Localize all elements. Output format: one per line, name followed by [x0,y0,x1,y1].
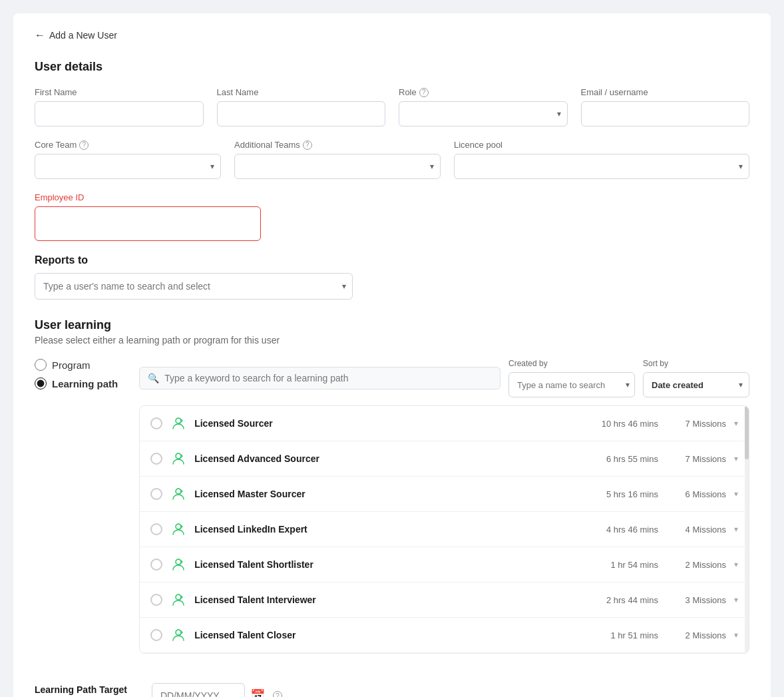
scrollbar-thumb[interactable] [745,406,749,459]
item-name-2: Licensed Master Sourcer [194,489,577,499]
learning-list-item: Licensed Talent Interviewer 2 hrs 44 min… [140,582,749,618]
search-icon: 🔍 [148,373,159,383]
item-radio-2[interactable] [150,488,162,500]
core-team-label: Core Team ? [35,140,221,150]
item-missions-5: 3 Missions [666,595,726,605]
learning-list-item: Licensed Advanced Sourcer 6 hrs 55 mins … [140,441,749,477]
email-label: Email / username [581,87,750,97]
item-name-6: Licensed Talent Closer [194,630,577,640]
item-duration-2: 5 hrs 16 mins [585,489,658,499]
completion-date-row: Learning Path Target Completion Date 📅 ? [35,683,749,697]
item-name-3: Licensed LinkedIn Expert [194,524,577,535]
learning-path-icon-5 [170,592,186,608]
calendar-icon[interactable]: 📅 [250,688,265,697]
reports-to-section: Reports to ▾ [35,254,749,300]
sort-by-input[interactable] [643,372,749,397]
learning-search-row: 🔍 Created by ▾ Sort [139,359,749,397]
email-group: Email / username [581,87,750,126]
item-radio-5[interactable] [150,594,162,606]
created-by-select-wrapper: ▾ [508,372,635,397]
item-expand-icon-5[interactable]: ▾ [734,595,738,604]
email-input[interactable] [581,101,750,126]
completion-date-help-icon[interactable]: ? [273,691,282,697]
learning-list-item: Licensed Talent Shortlister 1 hr 54 mins… [140,547,749,582]
item-expand-icon-4[interactable]: ▾ [734,560,738,569]
item-missions-2: 6 Missions [666,489,726,499]
item-radio-4[interactable] [150,559,162,571]
item-missions-3: 4 Missions [666,525,726,535]
role-help-icon[interactable]: ? [419,88,429,97]
item-duration-5: 2 hrs 44 mins [585,595,658,605]
first-name-label: First Name [35,87,204,97]
item-expand-icon-6[interactable]: ▾ [734,630,738,640]
item-expand-icon-0[interactable]: ▾ [734,419,738,428]
program-option[interactable]: Program [35,359,118,371]
licence-pool-group: Licence pool ▾ [454,140,749,179]
form-row-2: Core Team ? ▾ Additional Teams ? ▾ [35,140,749,179]
item-name-1: Licensed Advanced Sourcer [194,453,577,464]
back-link-label: Add a New User [49,30,117,41]
last-name-label: Last Name [217,87,386,97]
learning-path-radio[interactable] [35,377,47,389]
bottom-section: Learning Path Target Completion Date 📅 ?… [35,670,749,697]
first-name-input[interactable] [35,101,204,126]
created-by-label: Created by [508,359,635,368]
item-radio-0[interactable] [150,417,162,429]
program-label: Program [52,359,91,371]
learning-content: 🔍 Created by ▾ Sort [139,359,749,654]
additional-teams-select[interactable] [234,154,441,179]
employee-id-input[interactable] [35,206,261,241]
role-group: Role ? ▾ [399,87,568,126]
learning-layout: Program Learning path 🔍 [35,359,749,654]
item-radio-6[interactable] [150,629,162,641]
item-name-5: Licensed Talent Interviewer [194,594,577,605]
learning-search-input[interactable] [164,373,492,383]
learning-section-subtitle: Please select either a learning path or … [35,335,749,346]
core-team-group: Core Team ? ▾ [35,140,221,179]
learning-path-icon-1 [170,451,186,467]
last-name-input[interactable] [217,101,386,126]
core-team-help-icon[interactable]: ? [79,140,89,150]
item-radio-3[interactable] [150,523,162,535]
program-radio[interactable] [35,359,47,371]
learning-list-item: Licensed Talent Closer 1 hr 51 mins 2 Mi… [140,618,749,653]
filter-area: Created by ▾ Sort by ▾ [508,359,749,397]
role-select[interactable] [399,101,568,126]
search-area: 🔍 [139,367,500,397]
item-missions-0: 7 Missions [666,419,726,429]
learning-section-title: User learning [35,318,749,332]
sort-by-label: Sort by [643,359,749,368]
completion-date-label: Learning Path Target Completion Date [35,684,141,697]
core-team-select[interactable] [35,154,221,179]
reports-to-label: Reports to [35,254,749,266]
licence-pool-label: Licence pool [454,140,749,150]
first-name-group: First Name [35,87,204,126]
created-by-input[interactable] [508,372,635,397]
form-row-1: First Name Last Name Role ? ▾ Email / us… [35,87,749,126]
item-name-4: Licensed Talent Shortlister [194,559,577,570]
role-label: Role ? [399,87,568,97]
additional-teams-help-icon[interactable]: ? [303,140,312,150]
item-duration-3: 4 hrs 46 mins [585,525,658,535]
licence-pool-select-wrapper: ▾ [454,154,749,179]
item-duration-1: 6 hrs 55 mins [585,454,658,464]
item-expand-icon-3[interactable]: ▾ [734,525,738,534]
date-input-wrapper: 📅 ? [152,683,282,697]
scrollbar-track [745,406,749,653]
learning-path-option[interactable]: Learning path [35,377,118,389]
item-radio-1[interactable] [150,453,162,465]
reports-to-input[interactable] [35,273,353,300]
learning-list-item: Licensed LinkedIn Expert 4 hrs 46 mins 4… [140,512,749,547]
page-container: ← Add a New User User details First Name… [13,13,771,697]
learning-list: Licensed Sourcer 10 hrs 46 mins 7 Missio… [139,405,749,654]
item-missions-1: 7 Missions [666,454,726,464]
learning-path-icon-4 [170,557,186,573]
back-link[interactable]: ← Add a New User [35,29,749,41]
item-expand-icon-1[interactable]: ▾ [734,454,738,463]
item-name-0: Licensed Sourcer [194,418,577,429]
item-expand-icon-2[interactable]: ▾ [734,489,738,499]
completion-date-input[interactable] [152,683,245,697]
sort-by-group: Sort by ▾ [643,359,749,397]
licence-pool-select[interactable] [454,154,749,179]
learning-path-icon-2 [170,486,186,502]
